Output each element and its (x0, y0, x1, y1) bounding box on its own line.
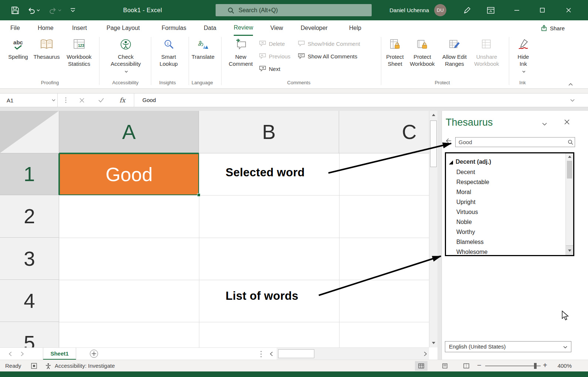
zoom-out-button[interactable]: − (477, 361, 481, 370)
collapse-ribbon-button[interactable] (568, 81, 573, 88)
view-page-layout-button[interactable] (439, 361, 451, 371)
word-item[interactable]: Worthy (456, 227, 475, 237)
zoom-in-button[interactable]: + (543, 361, 547, 370)
pane-options-button[interactable] (542, 120, 547, 127)
tab-insert[interactable]: Insert (72, 20, 87, 36)
row-header-2[interactable]: 2 (0, 195, 59, 238)
row-header-3[interactable]: 3 (0, 238, 59, 280)
redo-button[interactable] (49, 0, 61, 20)
word-item[interactable]: Virtuous (456, 207, 478, 217)
sheet-tab-sheet1[interactable]: Sheet1 (43, 348, 76, 360)
word-item[interactable]: Wholesome (456, 247, 487, 256)
accessibility-icon[interactable] (45, 363, 51, 369)
protect-workbook-button[interactable]: Protect Workbook (408, 37, 437, 67)
select-all-corner[interactable] (0, 111, 59, 153)
thesaurus-search-input[interactable] (455, 137, 575, 147)
name-box[interactable]: A1 (3, 94, 58, 107)
row-header-1[interactable]: 1 (0, 153, 59, 195)
tab-review[interactable]: Review (234, 20, 253, 36)
search-box[interactable]: Search (Alt+Q) (216, 4, 372, 16)
column-header-a[interactable]: A (59, 111, 199, 153)
word-item[interactable]: Noble (456, 217, 472, 227)
maximize-button[interactable] (534, 0, 551, 20)
save-button[interactable] (11, 0, 19, 20)
new-sheet-button[interactable] (90, 350, 98, 358)
status-accessibility[interactable]: Accessibility: Investigate (55, 363, 115, 369)
cell-a1[interactable]: Good (59, 153, 199, 195)
search-icon[interactable] (568, 139, 573, 146)
formula-input[interactable]: Good (142, 94, 156, 107)
fill-handle[interactable] (197, 193, 200, 197)
zoom-slider-track[interactable] (485, 366, 541, 366)
ink-pen-button[interactable] (459, 0, 476, 20)
word-item[interactable]: Respectable (456, 177, 489, 187)
scrollbar-thumb[interactable] (430, 120, 437, 167)
thesaurus-button[interactable]: Thesaurus (32, 37, 61, 60)
view-page-break-button[interactable] (460, 361, 473, 371)
zoom-slider-thumb[interactable] (534, 363, 537, 369)
word-item[interactable]: Blameless (456, 237, 484, 247)
collapse-triangle-icon[interactable] (449, 159, 453, 166)
workbook-statistics-button[interactable]: 123 Workbook Statistics (62, 37, 96, 67)
minimize-button[interactable] (508, 0, 525, 20)
language-dropdown[interactable]: English (United States) (445, 341, 571, 352)
thesaurus-word-list[interactable]: Decent (adj.) Decent Respectable Moral U… (445, 152, 574, 256)
new-comment-button[interactable]: New Comment (226, 37, 255, 67)
share-button[interactable]: Share (537, 23, 568, 34)
row-header-4[interactable]: 4 (0, 280, 59, 322)
horizontal-scrollbar[interactable] (277, 348, 429, 360)
translate-button[interactable]: あ Translate (191, 37, 215, 60)
ribbon-display-options-button[interactable] (482, 0, 499, 20)
quick-access-customize-button[interactable] (70, 0, 75, 20)
scroll-down-button[interactable] (429, 339, 438, 347)
tab-help[interactable]: Help (349, 20, 361, 36)
pane-resize-strip[interactable] (437, 111, 442, 360)
avatar[interactable]: DU (434, 4, 446, 16)
smart-lookup-button[interactable]: Smart Lookup (155, 37, 182, 67)
hide-ink-button[interactable]: Hide Ink (513, 37, 534, 74)
triangle-up-icon[interactable] (568, 156, 571, 158)
spreadsheet-grid[interactable]: A B C 1 2 3 4 5 Good (0, 111, 429, 347)
word-group-header[interactable]: Decent (adj.) (456, 157, 491, 167)
tab-developer[interactable]: Developer (301, 20, 328, 36)
tab-data[interactable]: Data (204, 20, 216, 36)
pane-close-button[interactable] (564, 119, 570, 126)
tab-file[interactable]: File (10, 20, 20, 36)
expand-formula-bar-icon[interactable] (570, 99, 575, 102)
pane-back-button[interactable] (446, 138, 452, 145)
row-header-5[interactable]: 5 (0, 322, 59, 347)
tab-view[interactable]: View (270, 20, 283, 36)
user-name[interactable]: Daniel Uchenna (374, 0, 429, 20)
allow-edit-ranges-button[interactable]: Allow Edit Ranges (439, 37, 470, 67)
chevron-down-icon[interactable] (52, 99, 55, 102)
tab-page-layout[interactable]: Page Layout (107, 20, 140, 36)
formula-bar-drag-handle[interactable] (63, 94, 69, 107)
vertical-scrollbar[interactable] (429, 111, 437, 347)
hscroll-left-icon[interactable] (270, 352, 273, 356)
scroll-down-button[interactable] (566, 245, 573, 255)
check-accessibility-button[interactable]: Check Accessibility (106, 37, 146, 74)
undo-button[interactable] (27, 0, 40, 20)
macro-record-icon[interactable] (31, 363, 37, 369)
list-scrollbar[interactable] (565, 153, 573, 255)
tab-home[interactable]: Home (38, 20, 54, 36)
sheet-nav-right-icon[interactable] (21, 352, 24, 356)
next-comment-button[interactable]: Next (259, 64, 280, 74)
column-header-b[interactable]: B (199, 111, 339, 153)
close-button[interactable] (560, 0, 577, 20)
protect-sheet-button[interactable]: Protect Sheet (383, 37, 407, 67)
insert-function-button[interactable]: fx (117, 94, 128, 107)
dots-handle-icon[interactable] (260, 350, 262, 358)
sheet-nav-left-icon[interactable] (9, 352, 12, 356)
word-item[interactable]: Decent (456, 167, 475, 177)
column-header-c[interactable]: C (339, 111, 429, 153)
view-normal-button[interactable] (415, 361, 428, 371)
spelling-button[interactable]: abc Spelling (5, 37, 31, 60)
scroll-up-button[interactable] (429, 111, 438, 119)
word-item[interactable]: Upright (456, 197, 476, 207)
zoom-level[interactable]: 400% (552, 363, 572, 369)
hscroll-right-icon[interactable] (424, 352, 427, 356)
scrollbar-thumb[interactable] (567, 161, 572, 179)
tab-formulas[interactable]: Formulas (162, 20, 186, 36)
scrollbar-thumb[interactable] (278, 349, 314, 358)
